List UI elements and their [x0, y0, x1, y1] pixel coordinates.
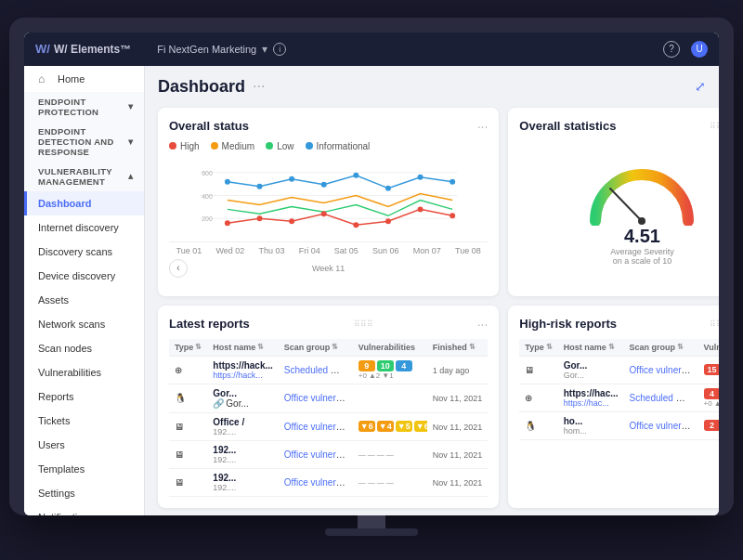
workspace-selector[interactable]: Fi NextGen Marketing ▾ i [157, 43, 286, 56]
scan-group-cell: Office vulnerability ... [279, 384, 353, 412]
monitor-icon: 🖥 [175, 422, 184, 432]
section-chevron: ▾ [128, 101, 133, 111]
home-icon: ⌂ [38, 72, 51, 85]
legend-medium-label: Medium [222, 141, 255, 151]
legend-high: High [169, 141, 200, 151]
host-cell: Office / 192.... [207, 412, 278, 440]
page-header: Dashboard ··· ⤢ [158, 77, 706, 97]
help-button[interactable]: ? [663, 41, 680, 58]
type-cell: ⊕ [519, 384, 557, 411]
discovery-scans-label: Discovery scans [38, 246, 112, 257]
monitor-icon-3: 🖥 [175, 477, 184, 488]
svg-text:600: 600 [202, 169, 213, 176]
vulnerabilities-label: Vulnerabilities [38, 367, 101, 378]
host-cell: ho... hom... [558, 411, 624, 439]
type-cell: 🖥 [169, 412, 207, 440]
monitor-icon-2: 🖥 [175, 449, 184, 460]
templates-label: Templates [38, 463, 85, 475]
stats-content: 4.51 Average Severity on a scale of 10 4… [519, 141, 719, 285]
edr-chevron: ▾ [128, 137, 133, 147]
sidebar-item-notifications[interactable]: Notifications [24, 505, 144, 515]
high-risk-reports-card: High-risk reports ⠿⠿⠿ ··· Type ⇅ Host na… [508, 306, 719, 508]
page-title: Dashboard [158, 77, 245, 97]
svg-point-12 [418, 206, 424, 212]
svg-point-13 [450, 213, 455, 218]
scan-nodes-label: Scan nodes [38, 343, 92, 354]
sidebar-item-tickets[interactable]: Tickets [24, 409, 144, 433]
latest-reports-table: Type ⇅ Host name ⇅ Scan group ⇅ Vulnerab… [169, 339, 488, 497]
type-cell: 🖥 [169, 440, 207, 468]
scan-group-cell: Office vulnerability ... [279, 468, 353, 496]
svg-point-8 [289, 218, 294, 224]
sidebar-item-discovery-scans[interactable]: Discovery scans [24, 240, 144, 264]
finished-cell: Nov 11, 2021 [427, 468, 489, 496]
sidebar-item-assets[interactable]: Assets [24, 288, 144, 312]
chart-navigation: ‹ Week 11 [169, 259, 488, 278]
svg-point-15 [257, 183, 263, 189]
host-cell: 192... 192.... [207, 468, 278, 496]
vuln-chevron: ▴ [128, 171, 133, 181]
sidebar-item-home[interactable]: ⌂ Home [24, 66, 144, 92]
monitor-foot [325, 528, 418, 536]
info-icon[interactable]: i [273, 43, 286, 56]
table-row: 🖥 192... 192.... Office vulnerability ..… [169, 440, 488, 468]
scan-group-cell: Scheduled Web scan [279, 356, 353, 384]
sidebar-item-device-discovery[interactable]: Device discovery [24, 264, 144, 288]
svg-point-11 [385, 218, 391, 224]
sidebar-item-dashboard[interactable]: Dashboard [24, 191, 144, 215]
scan-group-cell: Office vulnerability ... [279, 412, 353, 440]
settings-label: Settings [38, 488, 75, 499]
network-scans-label: Network scans [38, 319, 105, 330]
chart-prev-button[interactable]: ‹ [169, 259, 188, 278]
svg-point-16 [289, 176, 294, 181]
app-logo: W/ W/ Elements™ [35, 42, 131, 56]
overall-stats-header: Overall statistics ⠿⠿⠿ ··· [519, 119, 719, 134]
latest-reports-menu[interactable]: ··· [477, 317, 489, 332]
page-menu-dots[interactable]: ··· [253, 78, 265, 95]
table-row: 🐧 Gor... 🔗Gor... Office vulnerability ..… [169, 384, 488, 412]
sidebar-item-vulnerabilities[interactable]: Vulnerabilities [24, 360, 144, 384]
overall-status-card: Overall status ··· High Mediu [158, 108, 499, 296]
top-bar-actions: ? U [663, 41, 708, 58]
expand-icon[interactable]: ⤢ [695, 79, 706, 94]
hr-col-scan: Scan group ⇅ [624, 339, 698, 357]
monitor-icon: 🖥 [525, 365, 534, 375]
legend-low-dot [266, 142, 273, 150]
legend-medium-dot [211, 142, 218, 150]
overall-status-title: Overall status [169, 119, 249, 133]
high-risk-table: Type ⇅ Host name ⇅ Scan group ⇅ Vulnerab… [519, 339, 719, 440]
gauge-sublabel: on a scale of 10 [613, 256, 672, 266]
high-risk-drag: ⠿⠿⠿ [710, 319, 719, 329]
svg-point-21 [450, 178, 455, 184]
latest-reports-header: Latest reports ⠿⠿⠿ ··· [169, 317, 488, 332]
workspace-chevron[interactable]: ▾ [262, 43, 267, 56]
table-row: 🖥 192... 192.... Office vulnerability ..… [169, 468, 488, 496]
sidebar-item-templates[interactable]: Templates [24, 457, 144, 481]
scan-group-cell: Office vulnerability ... [624, 411, 698, 439]
user-avatar[interactable]: U [691, 41, 708, 58]
sidebar-item-internet-discovery[interactable]: Internet discovery [24, 215, 144, 240]
sidebar-item-users[interactable]: Users [24, 433, 144, 457]
hr-col-host: Host name ⇅ [558, 339, 624, 357]
legend-low: Low [266, 141, 293, 151]
legend-info: Informational [306, 141, 371, 151]
overall-statistics-card: Overall statistics ⠿⠿⠿ ··· [508, 108, 719, 296]
col-host: Host name ⇅ [207, 339, 278, 357]
sidebar-item-scan-nodes[interactable]: Scan nodes [24, 336, 144, 360]
type-cell: 🖥 [519, 356, 557, 384]
sidebar-item-settings[interactable]: Settings [24, 481, 144, 505]
col-type: Type ⇅ [169, 339, 207, 357]
sidebar-item-network-scans[interactable]: Network scans [24, 312, 144, 336]
svg-text:200: 200 [202, 215, 213, 222]
overall-status-menu[interactable]: ··· [477, 119, 489, 134]
type-icon: ⊕ [175, 365, 182, 375]
vuln-badges-cell: ———— [353, 440, 427, 468]
latest-reports-title: Latest reports [169, 317, 250, 331]
col-scan-group: Scan group ⇅ [279, 339, 353, 357]
svg-point-14 [225, 178, 230, 184]
top-bar: W/ W/ Elements™ Fi NextGen Marketing ▾ i… [24, 33, 719, 66]
type-cell: ⊕ [169, 356, 207, 384]
high-risk-header: High-risk reports ⠿⠿⠿ ··· [519, 317, 719, 332]
reports-label: Reports [38, 391, 74, 402]
sidebar-item-reports[interactable]: Reports [24, 384, 144, 409]
